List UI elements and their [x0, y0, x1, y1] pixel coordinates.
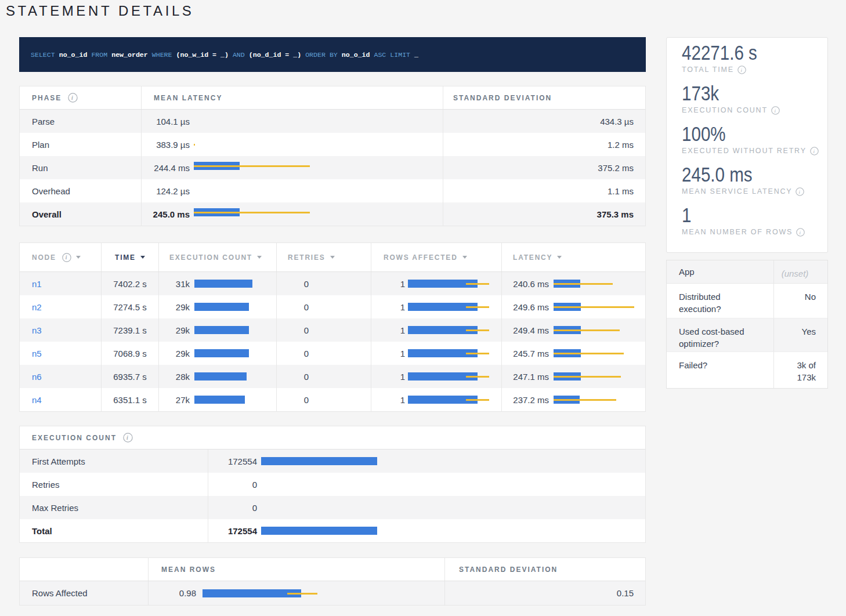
svg-text:i: i — [71, 95, 74, 101]
svg-text:i: i — [66, 255, 68, 260]
svg-text:i: i — [799, 189, 801, 194]
svg-text:i: i — [740, 67, 743, 73]
svg-text:i: i — [774, 107, 776, 113]
svg-text:i: i — [126, 434, 129, 441]
svg-text:i: i — [800, 229, 802, 235]
svg-text:i: i — [813, 148, 815, 154]
